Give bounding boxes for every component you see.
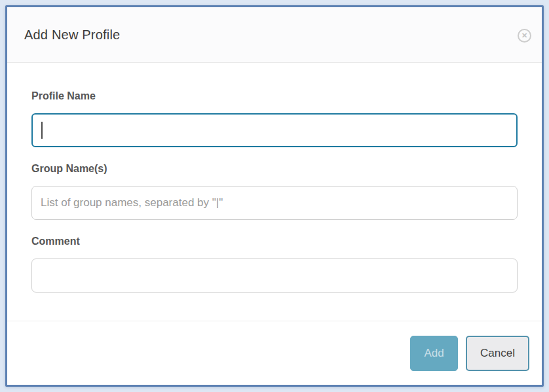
group-names-input[interactable] [31, 186, 518, 220]
group-names-label: Group Name(s) [31, 162, 518, 176]
profile-name-input[interactable] [31, 113, 518, 147]
comment-field: Comment [31, 234, 518, 293]
group-names-field: Group Name(s) [31, 162, 518, 220]
add-button[interactable]: Add [410, 336, 458, 371]
dialog-header: Add New Profile ✕ [7, 7, 542, 63]
close-icon[interactable]: ✕ [518, 29, 531, 43]
comment-input[interactable] [31, 258, 518, 293]
text-caret [41, 122, 43, 139]
profile-name-field: Profile Name [31, 89, 518, 147]
dialog-title: Add New Profile [24, 27, 120, 43]
cancel-button[interactable]: Cancel [466, 336, 529, 371]
profile-name-label: Profile Name [31, 89, 518, 103]
dialog-footer: Add Cancel [7, 321, 542, 385]
modal-overlay: Add New Profile ✕ Profile Name Group Nam… [0, 0, 549, 392]
dialog-body: Profile Name Group Name(s) Comment [7, 63, 542, 321]
add-new-profile-dialog: Add New Profile ✕ Profile Name Group Nam… [5, 5, 544, 387]
comment-label: Comment [31, 234, 518, 249]
